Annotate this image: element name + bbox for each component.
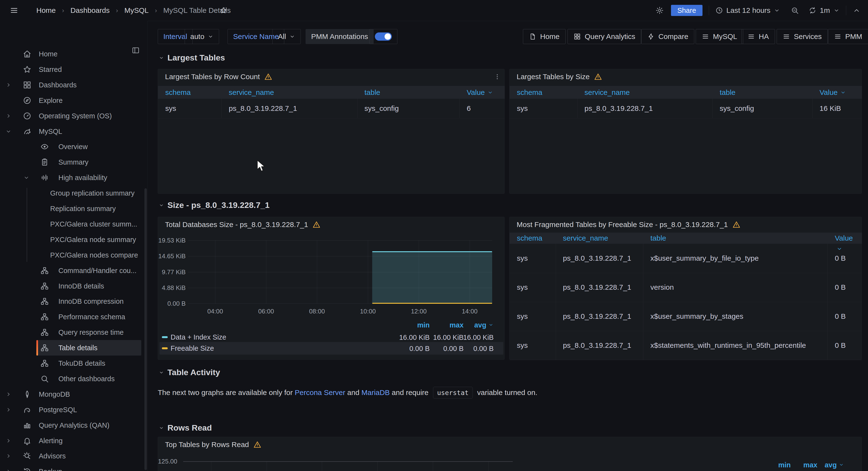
sidebar-item-command-handler-cou[interactable]: Command/Handler cou...	[0, 263, 147, 278]
column-header-service_name[interactable]: service_name	[563, 233, 608, 244]
sidebar-item-summary[interactable]: Summary	[0, 155, 147, 170]
legend-header-avg[interactable]: avg	[796, 461, 844, 469]
sidebar-item-advisors[interactable]: Advisors	[0, 448, 147, 464]
link-mariadb[interactable]: MariaDB	[361, 389, 390, 397]
chevron-right-icon[interactable]	[5, 391, 12, 397]
share-button[interactable]: Share	[671, 5, 702, 16]
column-header-schema[interactable]: schema	[517, 233, 542, 244]
chevron-right-icon[interactable]	[5, 113, 12, 119]
legend-header-avg[interactable]: avg	[445, 321, 494, 329]
chevron-right-icon[interactable]	[5, 453, 12, 459]
breadcrumb-item[interactable]: MySQL	[124, 6, 149, 14]
sidebar-item-high-availability[interactable]: High availability	[0, 170, 147, 186]
menu-icon[interactable]	[10, 6, 19, 15]
note-text: and require	[390, 389, 430, 397]
sidebar-item-overview[interactable]: Overview	[0, 139, 147, 155]
sidebar-item-alerting[interactable]: Alerting	[0, 433, 147, 448]
chevron-down-icon[interactable]	[23, 174, 30, 181]
sidebar-item-backup[interactable]: Backup	[0, 464, 147, 471]
warning-icon[interactable]	[594, 73, 602, 81]
chevron-right-icon[interactable]	[5, 438, 12, 444]
column-header-table[interactable]: table	[720, 86, 736, 99]
quicklink-ha[interactable]: HA	[742, 29, 775, 44]
sidebar-item-performance-schema[interactable]: Performance schema	[0, 309, 147, 325]
sidebar-item-postgresql[interactable]: PostgreSQL	[0, 402, 147, 417]
quicklink-services[interactable]: Services	[777, 29, 828, 44]
star-icon[interactable]	[220, 6, 227, 14]
column-header-value[interactable]: Value	[835, 233, 853, 244]
sidebar-item-home[interactable]: Home	[0, 46, 147, 62]
pmm-annotations-toggle[interactable]	[369, 29, 397, 44]
section-table-activity[interactable]: Table Activity	[159, 368, 220, 377]
chevron-right-icon[interactable]	[5, 468, 12, 471]
sidebar-item-other-dashboards[interactable]: Other dashboards	[0, 371, 147, 386]
sidebar-item-explore[interactable]: Explore	[0, 93, 147, 108]
sidebar-item-mysql[interactable]: MySQL	[0, 124, 147, 139]
quicklink-label: Services	[794, 32, 822, 41]
panel-menu-icon[interactable]	[494, 73, 501, 80]
sidebar-item-pxc-galera-cluster-summ[interactable]: PXC/Galera cluster summ...	[0, 216, 147, 232]
sidebar-scrollbar[interactable]	[145, 188, 147, 470]
legend-swatch	[162, 347, 168, 349]
column-header-table[interactable]: table	[365, 86, 380, 99]
chevron-right-icon[interactable]	[5, 407, 12, 413]
warning-icon[interactable]	[732, 221, 741, 229]
sidebar-item-label: PXC/Galera nodes compare	[50, 251, 138, 259]
sidebar-item-group-replication-summary[interactable]: Group replication summary	[0, 186, 147, 201]
section-rows-read[interactable]: Rows Read	[159, 423, 212, 433]
column-header-schema[interactable]: schema	[165, 86, 191, 99]
chevron-down-icon[interactable]	[5, 128, 12, 135]
link-percona-server[interactable]: Percona Server	[294, 389, 345, 397]
sidebar-item-dashboards[interactable]: Dashboards	[0, 77, 147, 93]
quicklink-label: MySQL	[713, 32, 737, 41]
breadcrumb-item[interactable]: Dashboards	[70, 6, 110, 14]
sidebar-item-innodb-details[interactable]: InnoDB details	[0, 278, 147, 294]
quicklink-compare[interactable]: Compare	[641, 29, 694, 44]
service-name-filter-value[interactable]: All	[272, 29, 301, 44]
warning-icon[interactable]	[264, 73, 272, 81]
quicklink-mysql[interactable]: MySQL	[696, 29, 743, 44]
chevron-right-icon[interactable]	[5, 82, 12, 88]
clipboard-icon	[40, 158, 49, 167]
column-header-value[interactable]: Value	[819, 86, 846, 99]
breadcrumb-item[interactable]: Home	[36, 6, 56, 14]
time-range-picker[interactable]: Last 12 hours	[715, 6, 780, 14]
column-header-service_name[interactable]: service_name	[585, 86, 630, 99]
sidebar-item-pxc-galera-nodes-compare[interactable]: PXC/Galera nodes compare	[0, 247, 147, 263]
table-row: sysps_8.0_3.19.228.7_1sys_config6	[158, 99, 505, 119]
sidebar-item-table-details[interactable]: Table details	[0, 340, 147, 356]
column-header-value[interactable]: Value	[467, 86, 493, 99]
legend-series-data-index-size[interactable]: Data + Index Size	[162, 331, 226, 343]
sidebar-item-starred[interactable]: Starred	[0, 62, 147, 77]
refresh-picker[interactable]: 1m	[809, 6, 840, 14]
sidebar-item-operating-system-os[interactable]: Operating System (OS)	[0, 108, 147, 124]
collapse-sidebar-icon[interactable]	[131, 46, 140, 55]
quicklink-home[interactable]: Home	[523, 29, 565, 44]
column-header-service_name[interactable]: service_name	[229, 86, 274, 99]
collapse-topbar-icon[interactable]	[852, 6, 861, 14]
panel-title[interactable]: Most Fragmented Tables by Freeable Size …	[517, 221, 741, 229]
cell-table: x$statements_with_runtimes_in_95th_perce…	[650, 331, 825, 360]
time-range-label: Last 12 hours	[726, 6, 771, 14]
sidebar-item-query-response-time[interactable]: Query response time	[0, 325, 147, 340]
section-largest-tables[interactable]: Largest Tables	[159, 53, 225, 62]
sidebar-item-replication-summary[interactable]: Replication summary	[0, 201, 147, 216]
zoom-out-button[interactable]	[791, 6, 799, 14]
quicklink-query-analytics[interactable]: Query Analytics	[567, 29, 641, 44]
sidebar-item-innodb-compression[interactable]: InnoDB compression	[0, 294, 147, 309]
column-header-schema[interactable]: schema	[517, 86, 542, 99]
panel-title[interactable]: Largest Tables by Row Count	[165, 73, 272, 81]
sidebar-item-query-analytics-qan[interactable]: Query Analytics (QAN)	[0, 417, 147, 433]
interval-filter-value[interactable]: auto	[185, 29, 219, 44]
column-header-table[interactable]: table	[650, 233, 666, 244]
sidebar-item-mongodb[interactable]: MongoDB	[0, 386, 147, 402]
sidebar-item-pxc-galera-node-summary[interactable]: PXC/Galera node summary	[0, 232, 147, 247]
quicklink-pmm[interactable]: PMM	[828, 29, 868, 44]
sort-desc-icon[interactable]	[836, 246, 842, 252]
toggle-switch[interactable]	[375, 32, 392, 41]
panel-title[interactable]: Largest Tables by Size	[517, 73, 602, 81]
sidebar-item-tokudb-details[interactable]: TokuDB details	[0, 356, 147, 371]
legend-series-freeable-size[interactable]: Freeable Size	[162, 342, 214, 354]
gear-icon[interactable]	[655, 6, 664, 14]
section-size[interactable]: Size - ps_8.0_3.19.228.7_1	[159, 200, 270, 210]
